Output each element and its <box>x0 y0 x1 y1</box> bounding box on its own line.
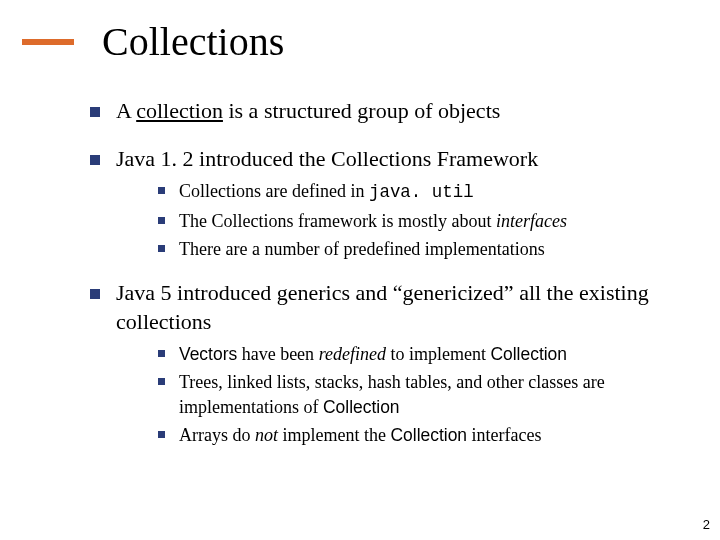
square-bullet-icon <box>158 378 165 385</box>
bullet-text: Java 1. 2 introduced the Collections Fra… <box>116 145 690 173</box>
sub-bullet-list: Collections are defined in java. util Th… <box>158 179 690 261</box>
square-bullet-icon <box>158 350 165 357</box>
text-run: interfaces <box>467 425 541 445</box>
square-bullet-icon <box>90 155 100 165</box>
sub-bullet-list: Vectors have been redefined to implement… <box>158 342 690 448</box>
text-run: have been <box>237 344 318 364</box>
text-run: Arrays do <box>179 425 255 445</box>
square-bullet-icon <box>158 217 165 224</box>
bullet-text: Java 5 introduced generics and “generici… <box>116 279 690 335</box>
sub-bullet-item: Trees, linked lists, stacks, hash tables… <box>158 370 690 419</box>
slide-body: A collection is a structured group of ob… <box>0 75 720 448</box>
text-run: implement the <box>278 425 390 445</box>
text-run: The Collections framework is mostly abou… <box>179 211 496 231</box>
text-run-sans: Collection <box>323 397 400 417</box>
text-run: Collections are defined in <box>179 181 369 201</box>
sub-bullet-item: Collections are defined in java. util <box>158 179 690 205</box>
sub-bullet-item: There are a number of predefined impleme… <box>158 237 690 261</box>
text-run: to implement <box>386 344 490 364</box>
slide-title: Collections <box>102 18 284 65</box>
sub-bullet-text: There are a number of predefined impleme… <box>179 237 545 261</box>
sub-bullet-item: The Collections framework is mostly abou… <box>158 209 690 233</box>
text-run-sans: Collection <box>390 425 467 445</box>
sub-bullet-text: The Collections framework is mostly abou… <box>179 209 567 233</box>
sub-bullet-text: Vectors have been redefined to implement… <box>179 342 567 367</box>
text-run-underline: collection <box>136 98 223 123</box>
title-accent-bar <box>22 39 74 45</box>
text-run-sans: Collection <box>490 344 567 364</box>
text-run: A <box>116 98 136 123</box>
text-run-italic: interfaces <box>496 211 567 231</box>
text-run: is a structured group of objects <box>223 98 500 123</box>
square-bullet-icon <box>158 245 165 252</box>
bullet-text: A collection is a structured group of ob… <box>116 97 690 125</box>
sub-bullet-item: Arrays do not implement the Collection i… <box>158 423 690 448</box>
text-run-sans: Vectors <box>179 344 237 364</box>
sub-bullet-text: Trees, linked lists, stacks, hash tables… <box>179 370 690 419</box>
slide: Collections A collection is a structured… <box>0 0 720 540</box>
square-bullet-icon <box>90 107 100 117</box>
page-number: 2 <box>703 517 710 532</box>
sub-bullet-text: Arrays do not implement the Collection i… <box>179 423 542 448</box>
text-run-code: java. util <box>369 182 474 202</box>
bullet-item: Java 5 introduced generics and “generici… <box>90 279 690 335</box>
title-row: Collections <box>0 0 720 75</box>
bullet-item: Java 1. 2 introduced the Collections Fra… <box>90 145 690 173</box>
text-run-italic: not <box>255 425 278 445</box>
sub-bullet-item: Vectors have been redefined to implement… <box>158 342 690 367</box>
bullet-item: A collection is a structured group of ob… <box>90 97 690 125</box>
square-bullet-icon <box>158 431 165 438</box>
square-bullet-icon <box>90 289 100 299</box>
sub-bullet-text: Collections are defined in java. util <box>179 179 474 205</box>
square-bullet-icon <box>158 187 165 194</box>
text-run-italic: redefined <box>319 344 386 364</box>
